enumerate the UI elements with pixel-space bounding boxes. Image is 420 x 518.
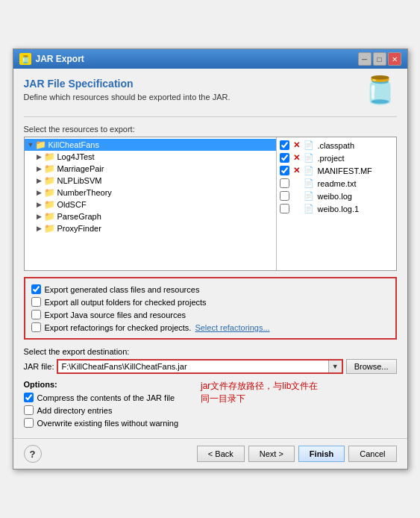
window-title: JAR Export bbox=[36, 54, 84, 64]
folder-icon: 📁 bbox=[35, 140, 46, 150]
annotation-text: jar文件存放路径，与lib文件在 同一目录下 bbox=[201, 380, 318, 405]
file-icon: 📄 bbox=[304, 153, 314, 163]
bottom-right: < Back Next > Finish Cancel bbox=[197, 446, 397, 462]
content-area: JAR File Specification Define which reso… bbox=[13, 69, 407, 438]
close-button[interactable]: ✕ bbox=[388, 52, 401, 66]
file-label: .classpath bbox=[318, 141, 355, 150]
export-option-3[interactable]: Export Java source files and resources bbox=[31, 308, 389, 321]
manifest-checkbox[interactable] bbox=[280, 166, 289, 175]
tree-item-parsegraph[interactable]: ▶ 📁 ParseGraph bbox=[25, 210, 276, 222]
directory-checkbox[interactable] bbox=[24, 405, 34, 415]
folder-icon: 📁 bbox=[44, 223, 55, 234]
help-button[interactable]: ? bbox=[24, 445, 42, 463]
file-label: weibo.log.1 bbox=[318, 205, 360, 213]
export-refactoring-checkbox[interactable] bbox=[31, 322, 41, 332]
minimize-button[interactable]: ─ bbox=[358, 52, 372, 66]
expand-arrow: ▶ bbox=[37, 225, 44, 232]
header-area: JAR File Specification Define which reso… bbox=[24, 78, 397, 117]
folder-icon: 📁 bbox=[44, 187, 55, 198]
annotation-line1: jar文件存放路径，与lib文件在 bbox=[201, 381, 318, 391]
select-refactorings-link[interactable]: Select refactorings... bbox=[195, 323, 269, 332]
expand-arrow: ▶ bbox=[37, 177, 44, 184]
tree-item-label: KillCheatFans bbox=[48, 140, 99, 149]
tree-panel: ▼ 📁 KillCheatFans ▶ 📁 Log4JTest ▶ 📁 Marr… bbox=[24, 137, 397, 271]
weibolog1-checkbox[interactable] bbox=[280, 204, 289, 213]
right-item-project[interactable]: ✕ 📄 .project bbox=[277, 152, 396, 164]
right-item-weibo-log1[interactable]: ✕ 📄 weibo.log.1 bbox=[277, 202, 396, 215]
tree-item-marriagepair[interactable]: ▶ 📁 MarriagePair bbox=[25, 163, 276, 175]
x-icon: ✕ bbox=[293, 166, 300, 175]
title-bar: 🫙 JAR Export ─ □ ✕ bbox=[13, 49, 407, 69]
file-label: readme.txt bbox=[318, 179, 357, 188]
jar-file-label: JAR file: bbox=[24, 362, 54, 371]
export-output-checkbox[interactable] bbox=[31, 297, 41, 307]
options-annotation-area: Options: Compress the contents of the JA… bbox=[24, 380, 397, 429]
classpath-checkbox[interactable] bbox=[280, 140, 289, 150]
compress-checkbox[interactable] bbox=[24, 393, 34, 402]
file-icon: 📄 bbox=[304, 140, 314, 150]
option-directory[interactable]: Add directory entries bbox=[24, 404, 179, 416]
right-item-manifest[interactable]: ✕ 📄 MANIFEST.MF bbox=[277, 164, 396, 177]
tree-item-label: MarriagePair bbox=[57, 164, 104, 173]
file-label: MANIFEST.MF bbox=[318, 166, 372, 175]
compress-label: Compress the contents of the JAR file bbox=[37, 393, 175, 402]
folder-icon: 📁 bbox=[44, 152, 55, 162]
tree-item-numbertheory[interactable]: ▶ 📁 NumberTheory bbox=[25, 187, 276, 199]
cancel-button[interactable]: Cancel bbox=[348, 446, 396, 462]
file-label: .project bbox=[318, 154, 345, 163]
jar-path-input[interactable] bbox=[58, 361, 327, 372]
export-source-checkbox[interactable] bbox=[31, 310, 41, 319]
project-checkbox[interactable] bbox=[280, 153, 289, 163]
weibolog-checkbox[interactable] bbox=[280, 191, 289, 201]
tree-item-label: ProxyFinder bbox=[57, 224, 101, 233]
options-label: Options: bbox=[24, 380, 179, 389]
file-icon: 📄 bbox=[304, 204, 314, 213]
title-bar-left: 🫙 JAR Export bbox=[19, 53, 84, 65]
window-icon: 🫙 bbox=[19, 53, 31, 65]
tree-item-oldscf[interactable]: ▶ 📁 OldSCF bbox=[25, 199, 276, 210]
bottom-left: ? bbox=[24, 445, 42, 463]
section-title: JAR File Specification bbox=[24, 78, 231, 90]
export-option-2[interactable]: Export all output folders for checked pr… bbox=[31, 296, 389, 308]
back-button[interactable]: < Back bbox=[197, 446, 245, 462]
tree-item-label: Log4JTest bbox=[57, 152, 95, 161]
annotation-line2: 同一目录下 bbox=[201, 393, 245, 404]
restore-button[interactable]: □ bbox=[373, 52, 386, 66]
tree-item-label: NumberTheory bbox=[57, 188, 112, 197]
left-tree[interactable]: ▼ 📁 KillCheatFans ▶ 📁 Log4JTest ▶ 📁 Marr… bbox=[25, 137, 277, 270]
right-item-weibo-log[interactable]: ✕ 📄 weibo.log bbox=[277, 190, 396, 202]
tree-item-killcheatfans[interactable]: ▼ 📁 KillCheatFans bbox=[25, 139, 276, 151]
jar-path-dropdown[interactable]: ▼ bbox=[328, 361, 342, 372]
folder-icon: 📁 bbox=[44, 211, 55, 222]
options-section: Options: Compress the contents of the JA… bbox=[24, 380, 179, 429]
export-option-1[interactable]: Export generated class files and resourc… bbox=[31, 283, 389, 296]
next-button[interactable]: Next > bbox=[248, 446, 295, 462]
export-options-box: Export generated class files and resourc… bbox=[24, 277, 397, 340]
bottom-bar: ? < Back Next > Finish Cancel bbox=[13, 438, 407, 469]
tree-item-label: OldSCF bbox=[57, 200, 87, 209]
folder-icon: 📁 bbox=[44, 175, 55, 186]
readme-checkbox[interactable] bbox=[280, 178, 289, 188]
browse-button[interactable]: Browse... bbox=[346, 359, 397, 374]
option-overwrite[interactable]: Overwrite existing files without warning bbox=[24, 416, 179, 429]
export-class-checkbox[interactable] bbox=[31, 284, 41, 294]
main-window: 🫙 JAR Export ─ □ ✕ JAR File Specificatio… bbox=[13, 49, 408, 469]
export-option-3-label: Export Java source files and resources bbox=[45, 311, 187, 319]
tree-item-log4jtest[interactable]: ▶ 📁 Log4JTest bbox=[25, 151, 276, 163]
export-option-2-label: Export all output folders for checked pr… bbox=[45, 298, 207, 307]
tree-item-proxyfinder[interactable]: ▶ 📁 ProxyFinder bbox=[25, 222, 276, 234]
expand-arrow: ▶ bbox=[37, 189, 44, 196]
expand-arrow: ▼ bbox=[28, 141, 35, 149]
overwrite-checkbox[interactable] bbox=[24, 418, 34, 428]
finish-button[interactable]: Finish bbox=[298, 446, 345, 462]
export-option-4[interactable]: Export refactorings for checked projects… bbox=[31, 321, 389, 334]
option-compress[interactable]: Compress the contents of the JAR file bbox=[24, 391, 179, 404]
tree-item-nlplibsvm[interactable]: ▶ 📁 NLPLibSVM bbox=[25, 175, 276, 187]
tree-item-label: ParseGraph bbox=[57, 212, 101, 221]
right-tree[interactable]: ✕ 📄 .classpath ✕ 📄 .project ✕ 📄 MANIFEST… bbox=[277, 137, 396, 270]
right-item-readme[interactable]: ✕ 📄 readme.txt bbox=[277, 177, 396, 190]
expand-arrow: ▶ bbox=[37, 153, 44, 160]
directory-label: Add directory entries bbox=[37, 406, 113, 415]
right-item-classpath[interactable]: ✕ 📄 .classpath bbox=[277, 139, 396, 152]
section-description: Define which resources should be exporte… bbox=[24, 93, 231, 102]
